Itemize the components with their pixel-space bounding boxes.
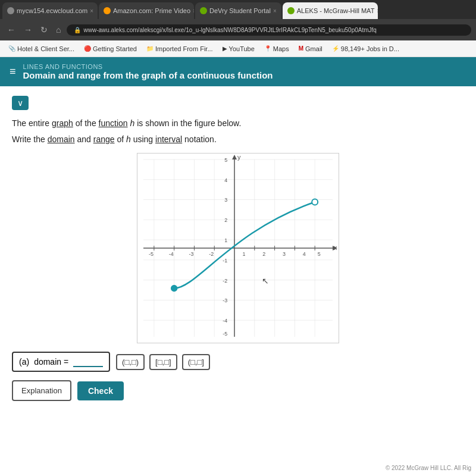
- y-label-n4: -4: [223, 318, 227, 324]
- bookmark-icon-hotel: 📎: [8, 45, 15, 52]
- notation-btn-half-open-label: (□,□]: [188, 358, 204, 367]
- tab-favicon-devry: [200, 7, 207, 14]
- bookmark-maps[interactable]: 📍 Maps: [261, 44, 293, 54]
- x-label-3: 3: [283, 251, 286, 257]
- y-label-5: 5: [224, 157, 227, 163]
- bookmark-label-getting-started: Getting Started: [93, 45, 137, 52]
- bookmark-icon-gmail: M: [299, 45, 303, 52]
- tab-amazon[interactable]: Amazon.com: Prime Video ×: [99, 2, 194, 19]
- bookmark-imported[interactable]: 📁 Imported From Fir...: [143, 44, 217, 54]
- bookmark-label-maps: Maps: [273, 45, 289, 52]
- reload-button[interactable]: ↻: [38, 24, 50, 36]
- forward-button[interactable]: →: [21, 24, 35, 36]
- tab-close-amazon[interactable]: ×: [193, 8, 194, 14]
- x-axis-label: x: [334, 244, 337, 251]
- notation-btn-half-open[interactable]: (□,□]: [182, 354, 210, 370]
- bookmark-getting-started[interactable]: 🔴 Getting Started: [80, 44, 140, 54]
- graph-link[interactable]: graph: [52, 118, 73, 128]
- explanation-label: Explanation: [21, 386, 62, 395]
- lock-icon: 🔒: [74, 27, 81, 33]
- y-axis-arrow: [232, 155, 237, 159]
- bookmark-icon-getting-started: 🔴: [84, 45, 91, 52]
- browser-chrome: mycw154.ecwcloud.com × Amazon.com: Prime…: [0, 0, 476, 57]
- copyright-text: © 2022 McGraw Hill LLC. All Rig: [386, 465, 471, 471]
- bookmark-icon-youtube: ▶: [223, 45, 227, 52]
- function-curve: [174, 202, 315, 288]
- main-area: ∨ The entire graph of the function h is …: [0, 86, 476, 411]
- tab-devry[interactable]: DeVry Student Portal ×: [195, 2, 281, 19]
- function-link[interactable]: function: [99, 118, 128, 128]
- notation-btn-open[interactable]: (□,□): [116, 354, 145, 370]
- x-label-n3: -3: [189, 251, 194, 257]
- bookmark-youtube[interactable]: ▶ YouTube: [219, 44, 258, 54]
- bookmark-gmail[interactable]: M Gmail: [295, 44, 326, 54]
- curve-end-dot: [312, 199, 318, 205]
- bookmark-label-youtube: YouTube: [229, 45, 255, 52]
- bookmark-icon-maps: 📍: [264, 45, 271, 52]
- tab-label-amazon: Amazon.com: Prime Video: [113, 7, 190, 14]
- tab-label-mycw: mycw154.ecwcloud.com: [17, 7, 87, 14]
- hamburger-menu[interactable]: ≡: [10, 65, 16, 78]
- domain-input[interactable]: [73, 356, 103, 367]
- tab-close-aleks[interactable]: ×: [377, 8, 377, 14]
- notation-btn-open-label: (□,□): [122, 358, 139, 367]
- notation-btn-closed-label: [□,□]: [155, 358, 171, 367]
- y-label-2: 2: [224, 217, 227, 223]
- graph-container: x y -5 -4 -3 -2 1 2 3 4 5 5 4 3 2 1 -1 -…: [137, 153, 339, 343]
- bookmark-jobs[interactable]: ⚡ 98,149+ Jobs in D...: [328, 44, 403, 54]
- y-label-n5: -5: [223, 331, 227, 337]
- explanation-button[interactable]: Explanation: [12, 380, 71, 401]
- bookmark-label-hotel: Hotel & Client Ser...: [17, 45, 74, 52]
- tab-mycw[interactable]: mycw154.ecwcloud.com ×: [2, 2, 98, 19]
- bottom-buttons: Explanation Check: [12, 380, 464, 401]
- y-label-1: 1: [224, 237, 227, 243]
- tab-label-aleks: ALEKS - McGraw-Hill MAT: [297, 7, 375, 14]
- bookmark-label-gmail: Gmail: [305, 45, 322, 52]
- curve-start-dot: [171, 286, 177, 292]
- domain-label: domain =: [34, 357, 68, 367]
- bookmark-hotel[interactable]: 📎 Hotel & Client Ser...: [5, 44, 78, 54]
- tab-bar: mycw154.ecwcloud.com × Amazon.com: Prime…: [0, 0, 476, 19]
- domain-box: (a) domain =: [12, 352, 110, 372]
- y-label-n3: -3: [223, 298, 227, 303]
- collapse-button[interactable]: ∨: [12, 96, 29, 110]
- back-button[interactable]: ←: [5, 24, 18, 36]
- tab-favicon-amazon: [104, 7, 111, 14]
- x-label-n2: -2: [209, 251, 214, 257]
- notation-buttons: (□,□) [□,□] (□,□]: [116, 354, 210, 370]
- header-text: LINES AND FUNCTIONS Domain and range fro…: [23, 63, 273, 80]
- x-label-5: 5: [318, 251, 321, 257]
- domain-link[interactable]: domain: [48, 134, 75, 144]
- bookmark-icon-imported: 📁: [146, 45, 154, 52]
- x-label-2: 2: [262, 251, 265, 257]
- cursor-indicator: ↖: [262, 276, 269, 286]
- tab-favicon-mycw: [7, 7, 14, 14]
- tab-close-mycw[interactable]: ×: [90, 8, 93, 14]
- interval-link[interactable]: interval: [155, 134, 182, 144]
- y-label-4: 4: [224, 177, 227, 183]
- x-label-4: 4: [303, 251, 306, 257]
- range-link[interactable]: range: [93, 134, 115, 144]
- header-subtitle: LINES AND FUNCTIONS: [23, 63, 273, 70]
- check-button[interactable]: Check: [77, 381, 124, 400]
- aleks-header: ≡ LINES AND FUNCTIONS Domain and range f…: [0, 57, 476, 86]
- notation-btn-closed[interactable]: [□,□]: [149, 354, 177, 370]
- tab-aleks[interactable]: ALEKS - McGraw-Hill MAT ×: [283, 2, 378, 19]
- url-bar[interactable]: 🔒 www-awu.aleks.com/alekscgi/x/lsl.exe/1…: [67, 24, 471, 36]
- x-label-n4: -4: [169, 251, 174, 257]
- y-label-3: 3: [224, 197, 227, 203]
- answer-area: (a) domain = (□,□) [□,□] (□,□]: [12, 352, 464, 372]
- bookmark-label-jobs: 98,149+ Jobs in D...: [341, 45, 399, 52]
- y-axis-label: y: [237, 154, 241, 161]
- url-text: www-awu.aleks.com/alekscgi/x/lsl.exe/1o_…: [83, 27, 376, 33]
- bookmark-label-imported: Imported From Fir...: [155, 45, 213, 52]
- answer-label-a: (a): [19, 357, 29, 367]
- graph-svg: x y -5 -4 -3 -2 1 2 3 4 5 5 4 3 2 1 -1 -…: [137, 154, 339, 343]
- tab-favicon-aleks: [287, 7, 295, 14]
- home-button[interactable]: ⌂: [54, 24, 63, 36]
- tab-close-devry[interactable]: ×: [273, 8, 277, 14]
- header-title: Domain and range from the graph of a con…: [23, 70, 273, 80]
- tab-label-devry: DeVry Student Portal: [209, 7, 271, 14]
- y-label-n1: -1: [223, 258, 227, 264]
- x-label-n5: -5: [149, 251, 154, 257]
